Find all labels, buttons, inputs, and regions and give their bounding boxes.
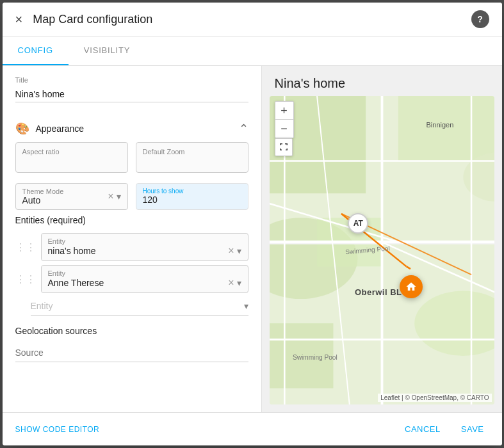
map-attribution: Leaflet | © OpenStreetMap, © CARTO — [378, 394, 491, 402]
footer-actions: CANCEL SAVE — [400, 420, 489, 438]
svg-rect-2 — [398, 96, 494, 161]
appearance-header-left: 🎨 Appearance — [15, 122, 85, 136]
aspect-ratio-field: Aspect ratio — [15, 142, 128, 173]
default-zoom-box[interactable]: Default Zoom — [136, 142, 248, 173]
entity-clear-icon-1[interactable]: × — [228, 277, 234, 289]
appearance-fields: Aspect ratio Default Zoom — [15, 142, 248, 173]
oberwil-label: Oberwil BL — [355, 287, 402, 297]
entity-field-1: Entity Anne Therese × ▾ — [41, 265, 248, 293]
drag-handle-1[interactable]: ⋮⋮ — [15, 273, 36, 285]
source-input[interactable] — [15, 344, 248, 362]
theme-mode-value: Auto — [22, 195, 64, 205]
appearance-label: Appearance — [36, 124, 85, 134]
zoom-out-button[interactable]: − — [275, 120, 293, 138]
theme-clear-icon[interactable]: × — [108, 191, 113, 202]
entity-clear-icon-0[interactable]: × — [228, 245, 234, 257]
drag-handle-0[interactable]: ⋮⋮ — [15, 241, 36, 253]
theme-mode-row: Theme Mode Auto × ▾ Hours to show 120 — [15, 183, 248, 210]
entity-icons-1: × ▾ — [228, 277, 241, 289]
theme-mode-label: Theme Mode — [22, 188, 64, 195]
theme-select-icons: × ▾ — [108, 191, 120, 202]
theme-mode-inner: Theme Mode Auto — [22, 188, 64, 205]
add-entity-placeholder: Entity — [31, 301, 53, 311]
left-panel: Title 🎨 Appearance ⌃ — [3, 66, 262, 412]
marker-home — [400, 275, 423, 298]
cancel-button[interactable]: CANCEL — [400, 420, 446, 438]
header-left: × Map Card configuration — [13, 12, 153, 27]
map-container: Swimming Pool Swimming Pool + − — [270, 96, 494, 404]
save-button[interactable]: SAVE — [456, 420, 489, 438]
tab-visibility[interactable]: VISIBILITY — [69, 36, 145, 65]
close-button[interactable]: × — [13, 12, 26, 27]
help-button[interactable]: ? — [471, 10, 489, 28]
map-title: Nina's home — [262, 66, 502, 96]
appearance-section-header[interactable]: 🎨 Appearance ⌃ — [15, 115, 248, 142]
entity-field-value-0: nina's home — [48, 246, 96, 256]
svg-text:Swimming Pool: Swimming Pool — [292, 354, 337, 361]
aspect-ratio-box[interactable]: Aspect ratio — [15, 142, 128, 173]
dialog-title: Map Card configuration — [33, 13, 152, 26]
geolocation-label: Geolocation sources — [15, 326, 248, 336]
aspect-ratio-value — [22, 156, 121, 167]
entity-field-wrap-0: nina's home × ▾ — [48, 245, 241, 257]
add-entity-row: Entity ▾ — [31, 297, 248, 316]
dialog-footer: SHOW CODE EDITOR CANCEL SAVE — [3, 412, 502, 445]
theme-mode-select[interactable]: Theme Mode Auto × ▾ — [15, 183, 128, 210]
tab-config[interactable]: CONFIG — [3, 36, 69, 65]
add-entity-caret-icon[interactable]: ▾ — [244, 301, 248, 311]
binnigen-label: Binnigen — [427, 121, 454, 129]
show-code-editor-link[interactable]: SHOW CODE EDITOR — [15, 425, 100, 434]
dialog-header: × Map Card configuration ? — [3, 3, 502, 36]
hours-value: 120 — [143, 195, 241, 205]
default-zoom-value — [143, 156, 241, 167]
hours-label: Hours to show — [143, 188, 241, 195]
entity-caret-icon-0[interactable]: ▾ — [237, 246, 241, 256]
map-zoom-controls: + − — [275, 101, 294, 138]
fullscreen-icon — [279, 143, 288, 152]
right-panel: Nina's home — [262, 66, 502, 412]
aspect-ratio-label: Aspect ratio — [22, 148, 121, 156]
entity-row-1: ⋮⋮ Entity Anne Therese × ▾ — [15, 265, 248, 293]
entity-field-wrap-1: Anne Therese × ▾ — [48, 277, 241, 289]
tab-bar: CONFIG VISIBILITY — [3, 36, 502, 66]
map-background: Swimming Pool Swimming Pool + − — [270, 96, 494, 404]
entities-section: Entities (required) ⋮⋮ Entity nina's hom… — [15, 215, 248, 316]
geolocation-section: Geolocation sources — [15, 326, 248, 362]
palette-icon: 🎨 — [15, 122, 29, 136]
fullscreen-button[interactable] — [275, 138, 293, 156]
hours-select[interactable]: Hours to show 120 — [136, 183, 248, 210]
entity-field-0: Entity nina's home × ▾ — [41, 233, 248, 261]
entity-field-value-1: Anne Therese — [48, 278, 104, 288]
zoom-in-button[interactable]: + — [275, 102, 293, 120]
appearance-section: 🎨 Appearance ⌃ Aspect ratio — [15, 115, 248, 210]
map-svg: Swimming Pool Swimming Pool — [270, 96, 494, 404]
home-icon — [405, 281, 417, 292]
chevron-up-icon[interactable]: ⌃ — [239, 122, 248, 136]
entity-icons-0: × ▾ — [228, 245, 241, 257]
add-entity-select[interactable]: Entity ▾ — [31, 297, 248, 316]
entity-field-label-1: Entity — [48, 269, 241, 277]
theme-caret-icon[interactable]: ▾ — [117, 191, 121, 202]
entity-row-0: ⋮⋮ Entity nina's home × ▾ — [15, 233, 248, 261]
default-zoom-label: Default Zoom — [143, 148, 241, 156]
default-zoom-field: Default Zoom — [136, 142, 248, 173]
title-label: Title — [15, 76, 248, 84]
entity-field-label-0: Entity — [48, 237, 241, 245]
dialog-body: Title 🎨 Appearance ⌃ — [3, 66, 502, 412]
entity-caret-icon-1[interactable]: ▾ — [237, 278, 241, 288]
title-input[interactable] — [15, 86, 248, 102]
entities-section-title: Entities (required) — [15, 215, 248, 225]
map-card-config-dialog: × Map Card configuration ? CONFIG VISIBI… — [3, 3, 502, 445]
title-field-group: Title — [15, 76, 248, 102]
